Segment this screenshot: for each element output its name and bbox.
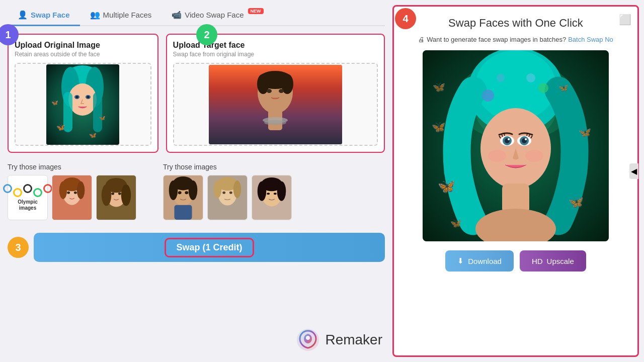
printer-icon: 🖨	[418, 36, 425, 43]
remaker-logo-icon	[296, 328, 320, 352]
svg-text:🦋: 🦋	[450, 218, 462, 229]
upscale-button[interactable]: HD Upscale	[520, 250, 586, 272]
compare-icon[interactable]: ⬜	[619, 14, 631, 26]
upload-target-dropzone[interactable]	[173, 63, 378, 146]
olympic-images-thumb[interactable]: Olympic images	[8, 175, 48, 220]
svg-point-46	[185, 191, 188, 194]
upload-original-box[interactable]: Upload Original Image Retain areas outsi…	[8, 34, 158, 153]
result-image: 🦋 🦋 🦋 🦋 🦋 🦋 🦋	[423, 50, 609, 241]
svg-point-8	[87, 96, 89, 98]
olympic-text: Olympic images	[11, 199, 45, 211]
step-3-circle: 3	[8, 237, 29, 258]
try-thumbnails-right	[163, 175, 385, 220]
swap-button[interactable]: Swap (1 Credit)	[34, 233, 385, 262]
svg-point-24	[264, 120, 286, 125]
remaker-name: Remaker	[325, 332, 382, 348]
new-badge: NEW	[248, 8, 264, 14]
batch-info: 🖨 Want to generate face swap images in b…	[418, 36, 613, 43]
svg-text:🦋: 🦋	[432, 120, 446, 134]
hd-icon: HD	[532, 257, 543, 265]
upload-original-title: Upload Original Image	[15, 41, 151, 50]
svg-text:🦋: 🦋	[569, 195, 584, 209]
svg-point-21	[279, 89, 284, 93]
svg-text:🦋: 🦋	[56, 123, 65, 132]
svg-text:🦋: 🦋	[433, 81, 445, 93]
svg-rect-10	[93, 92, 102, 132]
ring-yellow	[13, 188, 22, 197]
target-image-preview	[209, 65, 342, 144]
svg-text:🦋: 🦋	[99, 115, 106, 121]
download-button[interactable]: ⬇ Download	[445, 250, 514, 272]
svg-point-43	[169, 180, 178, 200]
svg-point-82	[482, 89, 494, 102]
svg-point-35	[102, 185, 112, 206]
swap-button-label: Swap (1 Credit)	[166, 239, 252, 256]
svg-text:🦋: 🦋	[438, 178, 455, 195]
step-4-circle: 4	[395, 8, 416, 29]
svg-point-63	[306, 336, 310, 340]
tab-video-swap[interactable]: 📹 Video Swap Face NEW	[162, 5, 273, 26]
tabs-bar: 👤 Swap Face 👥 Multiple Faces 📹 Video Swa…	[8, 0, 385, 26]
svg-text:🦋: 🦋	[89, 131, 97, 139]
result-image-container: 🦋 🦋 🦋 🦋 🦋 🦋 🦋	[423, 50, 609, 241]
people-icon: 👥	[90, 10, 100, 20]
svg-point-38	[118, 193, 121, 195]
right-panel: 4 Swap Faces with One Click 🖨 Want to ge…	[392, 5, 639, 357]
svg-point-52	[233, 180, 242, 198]
svg-point-78	[508, 138, 510, 140]
svg-point-37	[111, 193, 114, 195]
svg-point-29	[77, 182, 85, 199]
upload-original-dropzone[interactable]: 🦋 🦋 🦋 🦋	[15, 63, 151, 146]
ring-red	[43, 184, 52, 193]
branding: Remaker	[296, 328, 382, 352]
try-thumbnails-left: Olympic images	[8, 175, 155, 220]
svg-point-81	[525, 150, 543, 162]
tab-multiple-faces[interactable]: 👥 Multiple Faces	[80, 5, 162, 26]
svg-point-59	[277, 182, 286, 201]
try-thumb-1[interactable]	[52, 175, 92, 220]
svg-point-61	[274, 193, 277, 195]
share-icon[interactable]: ◀	[629, 163, 638, 179]
try-thumb-woman[interactable]	[207, 175, 248, 220]
svg-point-80	[488, 150, 506, 162]
svg-point-45	[178, 191, 182, 194]
svg-point-20	[267, 89, 272, 93]
ring-black	[23, 184, 32, 193]
try-images-right-col: Try those images	[163, 163, 385, 220]
svg-point-83	[538, 83, 548, 93]
left-panel: 1 2 👤 Swap Face 👥 Multiple Faces 📹 Video…	[0, 0, 392, 362]
ring-green	[33, 188, 42, 197]
swap-button-row: 3 Swap (1 Credit)	[8, 233, 385, 262]
video-icon: 📹	[172, 10, 182, 20]
svg-point-36	[121, 185, 131, 206]
svg-point-85	[526, 73, 535, 82]
svg-point-44	[189, 180, 198, 200]
svg-point-31	[74, 192, 77, 194]
olympic-rings	[3, 184, 52, 197]
svg-text:🦋: 🦋	[558, 83, 569, 93]
try-images-row: Try those images Olympic images	[8, 163, 385, 220]
svg-point-53	[222, 192, 225, 194]
upload-original-subtitle: Retain areas outside of the face	[15, 51, 151, 58]
svg-point-28	[59, 182, 67, 199]
upload-row: Upload Original Image Retain areas outsi…	[8, 34, 385, 153]
try-label-left: Try those images	[8, 163, 155, 171]
svg-point-60	[267, 193, 270, 195]
svg-point-79	[525, 138, 527, 140]
tab-swap-face[interactable]: 👤 Swap Face	[8, 5, 80, 26]
svg-point-84	[497, 74, 505, 82]
try-thumb-man[interactable]	[163, 175, 203, 220]
svg-point-7	[76, 96, 78, 98]
svg-text:🦋: 🦋	[579, 126, 591, 138]
svg-rect-47	[174, 205, 192, 220]
svg-point-30	[67, 192, 70, 194]
batch-link[interactable]: Batch Swap No	[568, 36, 613, 43]
svg-point-51	[214, 180, 222, 198]
try-images-left-col: Try those images Olympic images	[8, 163, 155, 220]
svg-text:🦋: 🦋	[51, 99, 58, 106]
try-thumb-asian[interactable]	[252, 175, 292, 220]
original-image-preview: 🦋 🦋 🦋 🦋	[46, 64, 119, 145]
step-2-circle: 2	[196, 24, 217, 45]
upload-target-box[interactable]: Upload Target face Swap face from origin…	[166, 34, 385, 153]
try-thumb-2[interactable]	[96, 175, 136, 220]
